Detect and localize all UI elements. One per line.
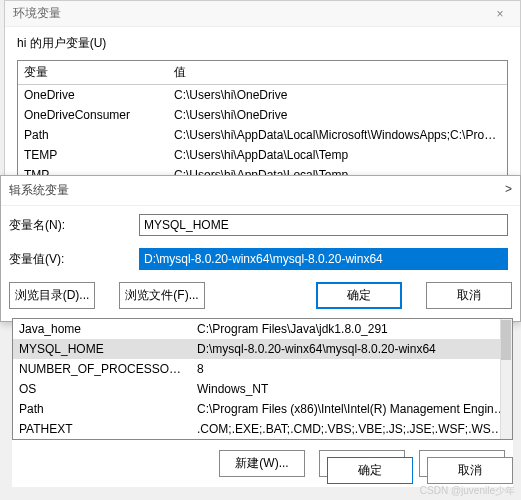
table-row[interactable]: Path C:\Program Files (x86)\Intel\Intel(… [13,399,512,419]
var-value-input[interactable]: D:\mysql-8.0.20-winx64\mysql-8.0.20-winx… [139,248,508,270]
table-row[interactable]: MYSQL_HOME D:\mysql-8.0.20-winx64\mysql-… [13,339,512,359]
new-button[interactable]: 新建(W)... [219,450,305,477]
user-vars-label: hi 的用户变量(U) [5,27,520,56]
cancel-button[interactable]: 取消 [426,282,512,309]
footer-cancel-button[interactable]: 取消 [427,457,513,484]
watermark: CSDN @juvenile少年 [420,484,515,498]
edit-dialog-title: 辑系统变量 [9,182,69,199]
table-row[interactable]: TEMP C:\Users\hi\AppData\Local\Temp [18,145,507,165]
dialog-footer: 确定 取消 [327,457,513,484]
table-header: 变量 值 [18,61,507,85]
edit-dialog-header: 辑系统变量 > [1,176,520,206]
col-header-value: 值 [168,61,507,84]
table-row[interactable]: OneDrive C:\Users\hi\OneDrive [18,85,507,105]
table-row[interactable]: NUMBER_OF_PROCESSORS 8 [13,359,512,379]
scrollbar[interactable] [500,319,512,439]
system-vars-table[interactable]: Java_home C:\Program Files\Java\jdk1.8.0… [12,318,513,440]
dialog-title: 环境变量 [13,5,61,22]
ok-button[interactable]: 确定 [316,282,402,309]
var-name-label: 变量名(N): [9,217,139,234]
table-row[interactable]: PATHEXT .COM;.EXE;.BAT;.CMD;.VBS;.VBE;.J… [13,419,512,439]
user-vars-table[interactable]: 变量 值 OneDrive C:\Users\hi\OneDrive OneDr… [17,60,508,186]
col-header-name: 变量 [18,61,168,84]
titlebar: 环境变量 × [5,1,520,27]
browse-dir-button[interactable]: 浏览目录(D)... [9,282,95,309]
edit-system-var-dialog: 辑系统变量 > 变量名(N): 变量值(V): D:\mysql-8.0.20-… [0,175,521,322]
var-name-input[interactable] [139,214,508,236]
table-row[interactable]: Path C:\Users\hi\AppData\Local\Microsoft… [18,125,507,145]
table-row[interactable]: OS Windows_NT [13,379,512,399]
table-row[interactable]: Java_home C:\Program Files\Java\jdk1.8.0… [13,319,512,339]
browse-file-button[interactable]: 浏览文件(F)... [119,282,205,309]
chevron-right-icon[interactable]: > [505,182,512,199]
var-value-label: 变量值(V): [9,251,139,268]
env-vars-dialog: 环境变量 × hi 的用户变量(U) 变量 值 OneDrive C:\User… [4,0,521,199]
scrollbar-thumb[interactable] [501,320,511,360]
close-icon[interactable]: × [488,7,512,21]
table-row[interactable]: OneDriveConsumer C:\Users\hi\OneDrive [18,105,507,125]
footer-ok-button[interactable]: 确定 [327,457,413,484]
